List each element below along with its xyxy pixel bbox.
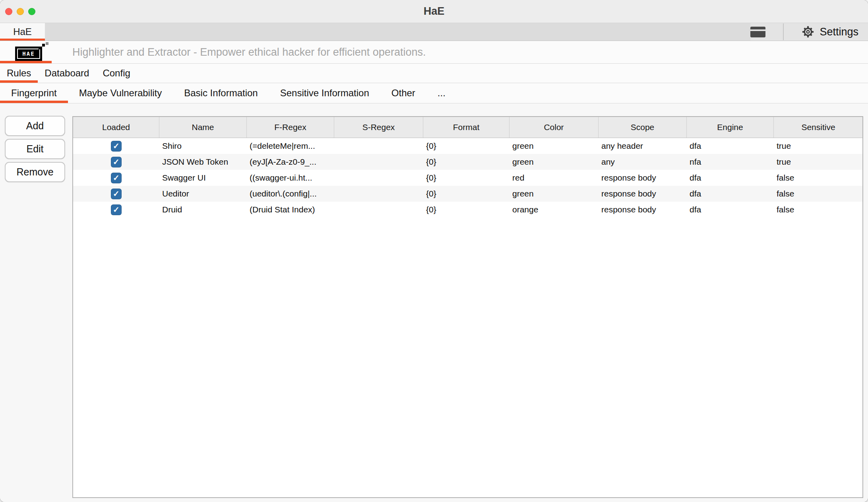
banner-accent-underline bbox=[0, 61, 52, 63]
cell-sensitive: true bbox=[774, 154, 863, 170]
check-icon: ✓ bbox=[113, 206, 120, 214]
rule-action-buttons: AddEditRemove bbox=[5, 116, 65, 182]
table-body: ✓Shiro(=deleteMe|rem...{0}greenany heade… bbox=[73, 138, 862, 218]
cell-loaded: ✓ bbox=[73, 154, 159, 170]
add-button[interactable]: Add bbox=[5, 116, 65, 136]
app-subtitle: Highlighter and Extractor - Empower ethi… bbox=[72, 46, 426, 58]
sub-tab-other[interactable]: Other bbox=[380, 83, 426, 103]
rules-content: AddEditRemove LoadedNameF-RegexS-RegexFo… bbox=[0, 103, 868, 502]
rule-group-tab-bar: FingerprintMaybe VulnerabilityBasic Info… bbox=[0, 83, 868, 103]
table-row[interactable]: ✓Swagger UI((swagger-ui.ht...{0}redrespo… bbox=[73, 170, 862, 186]
hae-window: HaE HaE bbox=[0, 0, 868, 502]
cell-format: {0} bbox=[423, 154, 510, 170]
cell-color: green bbox=[510, 186, 599, 202]
table-row[interactable]: ✓Ueditor(ueditor\.(config|...{0}greenres… bbox=[73, 186, 862, 202]
sub-tab-basic-information[interactable]: Basic Information bbox=[173, 83, 269, 103]
cell-f_regex: (ueditor\.(config|... bbox=[247, 186, 334, 202]
cell-name: JSON Web Token bbox=[159, 154, 247, 170]
table-row[interactable]: ✓Shiro(=deleteMe|rem...{0}greenany heade… bbox=[73, 138, 862, 154]
cell-f_regex: ((swagger-ui.ht... bbox=[247, 170, 334, 186]
cell-color: green bbox=[510, 138, 599, 154]
col-header-f_regex: F-Regex bbox=[247, 117, 334, 138]
cell-s_regex bbox=[334, 170, 423, 186]
rules-table: LoadedNameF-RegexS-RegexFormatColorScope… bbox=[72, 116, 863, 498]
window-layout-icon[interactable] bbox=[750, 27, 765, 37]
tab-bar-actions: Settings bbox=[750, 23, 868, 41]
cell-format: {0} bbox=[423, 138, 510, 154]
cell-color: green bbox=[510, 154, 599, 170]
cell-color: orange bbox=[510, 202, 599, 218]
main-tab-config[interactable]: Config bbox=[96, 64, 137, 83]
cell-s_regex bbox=[334, 202, 423, 218]
sub-tab-maybe-vulnerability[interactable]: Maybe Vulnerability bbox=[68, 83, 173, 103]
cell-engine: dfa bbox=[687, 170, 774, 186]
cell-sensitive: false bbox=[774, 170, 863, 186]
logo-text: HAE bbox=[17, 49, 40, 59]
cell-sensitive: true bbox=[774, 138, 863, 154]
check-icon: ✓ bbox=[113, 158, 120, 166]
loaded-checkbox[interactable]: ✓ bbox=[111, 173, 122, 183]
hae-logo-icon: HAE bbox=[15, 43, 50, 62]
check-icon: ✓ bbox=[113, 142, 120, 150]
tab-hae[interactable]: HaE bbox=[0, 23, 45, 41]
cell-engine: nfa bbox=[687, 154, 774, 170]
col-header-scope: Scope bbox=[599, 117, 687, 138]
cell-s_regex bbox=[334, 154, 423, 170]
cell-color: red bbox=[510, 170, 599, 186]
cell-engine: dfa bbox=[687, 138, 774, 154]
col-header-s_regex: S-Regex bbox=[334, 117, 423, 138]
extension-tab-bar: HaE bbox=[0, 23, 868, 41]
edit-button[interactable]: Edit bbox=[5, 139, 65, 159]
cell-f_regex: (Druid Stat Index) bbox=[247, 202, 334, 218]
col-header-name: Name bbox=[159, 117, 247, 138]
col-header-format: Format bbox=[423, 117, 510, 138]
loaded-checkbox[interactable]: ✓ bbox=[111, 141, 122, 152]
loaded-checkbox[interactable]: ✓ bbox=[111, 157, 122, 167]
col-header-sensitive: Sensitive bbox=[774, 117, 863, 138]
cell-sensitive: false bbox=[774, 186, 863, 202]
loaded-checkbox[interactable]: ✓ bbox=[111, 204, 122, 215]
main-tab-bar: RulesDataboardConfig bbox=[0, 64, 868, 83]
cell-scope: response body bbox=[599, 202, 687, 218]
remove-button[interactable]: Remove bbox=[5, 162, 65, 182]
app-banner: HAE Highlighter and Extractor - Empower … bbox=[0, 41, 868, 64]
divider bbox=[783, 23, 784, 40]
col-header-loaded: Loaded bbox=[73, 117, 159, 138]
cell-scope: any bbox=[599, 154, 687, 170]
check-icon: ✓ bbox=[113, 190, 120, 198]
cell-loaded: ✓ bbox=[73, 186, 159, 202]
cell-scope: response body bbox=[599, 170, 687, 186]
cell-sensitive: false bbox=[774, 202, 863, 218]
cell-name: Shiro bbox=[159, 138, 247, 154]
settings-button[interactable]: Settings bbox=[801, 25, 858, 39]
cell-format: {0} bbox=[423, 202, 510, 218]
cell-format: {0} bbox=[423, 186, 510, 202]
cell-s_regex bbox=[334, 186, 423, 202]
cell-name: Ueditor bbox=[159, 186, 247, 202]
check-icon: ✓ bbox=[113, 174, 120, 182]
cell-f_regex: (=deleteMe|rem... bbox=[247, 138, 334, 154]
sub-tab-sensitive-information[interactable]: Sensitive Information bbox=[269, 83, 380, 103]
col-header-color: Color bbox=[510, 117, 599, 138]
titlebar: HaE bbox=[0, 0, 868, 23]
cell-engine: dfa bbox=[687, 186, 774, 202]
cell-name: Swagger UI bbox=[159, 170, 247, 186]
sub-tab-more[interactable]: ... bbox=[426, 83, 457, 103]
sub-tab-fingerprint[interactable]: Fingerprint bbox=[0, 83, 68, 103]
cell-f_regex: (eyJ[A-Za-z0-9_... bbox=[247, 154, 334, 170]
cell-loaded: ✓ bbox=[73, 138, 159, 154]
cell-s_regex bbox=[334, 138, 423, 154]
cell-engine: dfa bbox=[687, 202, 774, 218]
cell-loaded: ✓ bbox=[73, 202, 159, 218]
cell-scope: response body bbox=[599, 186, 687, 202]
cell-scope: any header bbox=[599, 138, 687, 154]
window-title: HaE bbox=[0, 0, 868, 23]
loaded-checkbox[interactable]: ✓ bbox=[111, 189, 122, 199]
gear-icon bbox=[801, 25, 815, 39]
table-row[interactable]: ✓JSON Web Token(eyJ[A-Za-z0-9_...{0}gree… bbox=[73, 154, 862, 170]
cell-name: Druid bbox=[159, 202, 247, 218]
table-row[interactable]: ✓Druid(Druid Stat Index){0}orangerespons… bbox=[73, 202, 862, 218]
main-tab-rules[interactable]: Rules bbox=[0, 64, 38, 83]
main-tab-databoard[interactable]: Databoard bbox=[38, 64, 96, 83]
table-header-row: LoadedNameF-RegexS-RegexFormatColorScope… bbox=[73, 117, 862, 138]
